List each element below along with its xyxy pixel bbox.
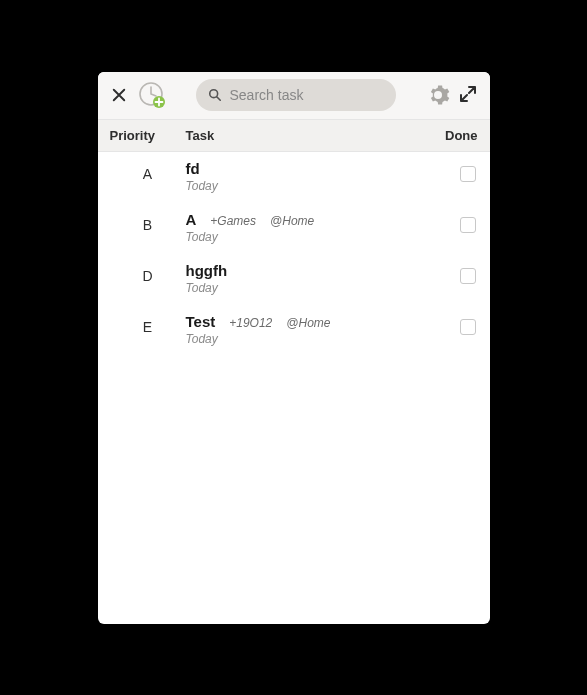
add-task-button[interactable] bbox=[138, 81, 166, 109]
task-priority: B bbox=[110, 211, 186, 233]
close-icon bbox=[112, 88, 126, 102]
done-checkbox[interactable] bbox=[460, 166, 476, 182]
search-container bbox=[176, 79, 416, 111]
task-priority: E bbox=[110, 313, 186, 335]
task-body: A +Games @Home Today bbox=[186, 211, 430, 244]
task-date: Today bbox=[186, 179, 430, 193]
task-priority: D bbox=[110, 262, 186, 284]
task-body: fd Today bbox=[186, 160, 430, 193]
header-priority[interactable]: Priority bbox=[110, 128, 186, 143]
expand-icon bbox=[460, 86, 476, 102]
clock-plus-icon bbox=[138, 81, 166, 109]
task-body: hggfh Today bbox=[186, 262, 430, 295]
task-title: A bbox=[186, 211, 197, 228]
task-body: Test +19O12 @Home Today bbox=[186, 313, 430, 346]
task-date: Today bbox=[186, 332, 430, 346]
task-date: Today bbox=[186, 230, 430, 244]
header-task[interactable]: Task bbox=[186, 128, 430, 143]
task-list: A fd Today B A +Games @Home Today bbox=[98, 152, 490, 624]
close-button[interactable] bbox=[110, 86, 128, 104]
header-done[interactable]: Done bbox=[430, 128, 478, 143]
task-title: Test bbox=[186, 313, 216, 330]
done-checkbox[interactable] bbox=[460, 268, 476, 284]
task-date: Today bbox=[186, 281, 430, 295]
task-project: +Games bbox=[210, 214, 256, 228]
done-checkbox[interactable] bbox=[460, 319, 476, 335]
table-header: Priority Task Done bbox=[98, 120, 490, 152]
task-row[interactable]: A fd Today bbox=[98, 152, 490, 203]
task-row[interactable]: B A +Games @Home Today bbox=[98, 203, 490, 254]
fullscreen-button[interactable] bbox=[460, 86, 478, 104]
done-checkbox[interactable] bbox=[460, 217, 476, 233]
task-project: +19O12 bbox=[229, 316, 272, 330]
task-row[interactable]: D hggfh Today bbox=[98, 254, 490, 305]
task-row[interactable]: E Test +19O12 @Home Today bbox=[98, 305, 490, 356]
task-context: @Home bbox=[286, 316, 330, 330]
task-title: fd bbox=[186, 160, 200, 177]
task-context: @Home bbox=[270, 214, 314, 228]
task-priority: A bbox=[110, 160, 186, 182]
app-window: Priority Task Done A fd Today B A +Games… bbox=[98, 72, 490, 624]
task-title: hggfh bbox=[186, 262, 228, 279]
search-field[interactable] bbox=[196, 79, 396, 111]
settings-button[interactable] bbox=[426, 83, 450, 107]
search-input[interactable] bbox=[230, 87, 384, 103]
search-icon bbox=[208, 87, 222, 103]
toolbar bbox=[98, 72, 490, 120]
gear-icon bbox=[426, 83, 450, 107]
